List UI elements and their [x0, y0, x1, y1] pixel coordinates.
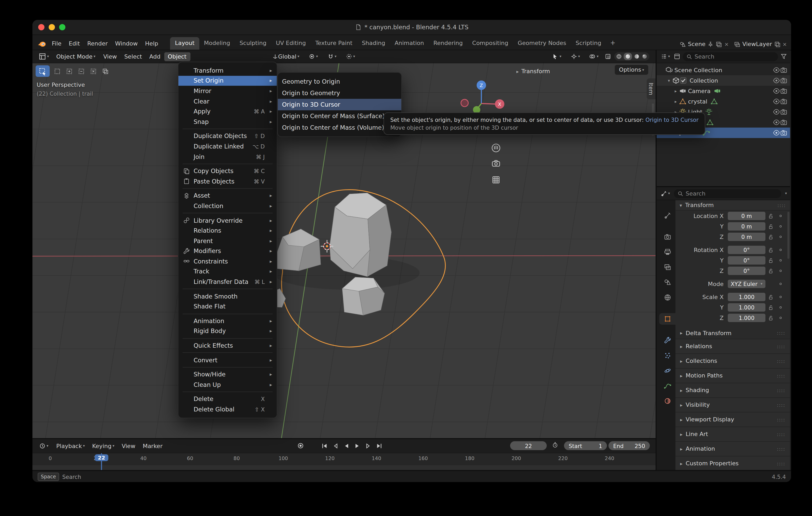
animate-property-toggle[interactable]	[776, 281, 785, 286]
show-overlays-toggle[interactable]: ▾	[586, 52, 602, 61]
lock-toggle-icon[interactable]	[765, 234, 776, 240]
disable-in-renders-toggle[interactable]	[780, 119, 787, 126]
expander-icon[interactable]: ▸	[672, 89, 679, 93]
transform-orientation-dropdown[interactable]: Global ▾	[269, 52, 302, 61]
lock-toggle-icon[interactable]	[765, 294, 776, 300]
object-menu-item-snap[interactable]: Snap▸	[178, 117, 277, 127]
shading-solid-button[interactable]	[624, 53, 632, 60]
playhead[interactable]: 22	[101, 453, 102, 470]
set-origin-item-origin-to-center-of-mass-volume[interactable]: Origin to Center of Mass (Volume)	[278, 122, 401, 133]
panel-visibility[interactable]: ▸Visibility::::	[675, 397, 790, 412]
panel-transform-header[interactable]: ▾ Transform ::::	[675, 200, 790, 211]
set-origin-item-origin-to-3d-cursor[interactable]: Origin to 3D Cursor	[278, 99, 401, 110]
workspace-tab-layout[interactable]: Layout	[170, 37, 199, 50]
hide-in-viewport-toggle[interactable]	[773, 77, 780, 84]
properties-tab-data[interactable]	[659, 380, 675, 392]
current-frame-field[interactable]: 22	[510, 441, 547, 450]
rocks-object[interactable]	[270, 193, 392, 315]
jump-to-start-button[interactable]	[320, 441, 329, 450]
timeline-track-area[interactable]	[32, 465, 656, 470]
jump-next-keyframe-button[interactable]	[364, 441, 373, 450]
z-field[interactable]: 0 m	[728, 233, 765, 241]
lock-toggle-icon[interactable]	[765, 223, 776, 229]
playhead-frame-badge[interactable]: 22	[95, 454, 108, 461]
shading-rendered-button[interactable]	[641, 53, 648, 60]
toggle-projection-button[interactable]	[493, 177, 499, 183]
camera-view-button[interactable]	[492, 160, 500, 166]
unlink-scene-icon[interactable]: ×	[724, 41, 729, 47]
outliner-display-mode-icon[interactable]	[674, 53, 680, 60]
lock-toggle-icon[interactable]	[765, 257, 776, 263]
object-menu-item-parent[interactable]: Parent▸	[178, 236, 277, 246]
object-menu-item-set-origin[interactable]: Set Origin▸	[178, 75, 277, 86]
menu-edit[interactable]: Edit	[65, 39, 84, 49]
properties-tab-physics[interactable]	[659, 365, 675, 376]
animate-property-toggle[interactable]	[776, 315, 785, 321]
workspace-tab-rendering[interactable]: Rendering	[429, 37, 467, 50]
new-scene-icon[interactable]	[716, 41, 722, 47]
object-menu-item-constraints[interactable]: Constraints▸	[178, 256, 277, 266]
properties-tab-output[interactable]	[659, 246, 675, 258]
close-window-button[interactable]	[38, 24, 45, 30]
select-mode-set-button[interactable]	[52, 66, 62, 76]
titlebar[interactable]: * canyon.blend - Blender 4.5.4 LTS	[32, 20, 791, 35]
hide-in-viewport-toggle[interactable]	[773, 108, 780, 116]
play-reverse-button[interactable]	[342, 441, 351, 450]
stopwatch-icon[interactable]	[552, 442, 558, 448]
outliner-row-scene-collection[interactable]: Scene Collection	[657, 65, 790, 75]
panel-custom-properties[interactable]: ▸Custom Properties::::	[675, 456, 790, 470]
workspace-tab-modeling[interactable]: Modeling	[199, 37, 235, 50]
object-menu-item-duplicate-linked[interactable]: Duplicate Linked⌥ D	[178, 141, 277, 151]
properties-search-input[interactable]: Search	[674, 189, 781, 198]
collection-checkbox[interactable]	[679, 77, 687, 84]
disable-in-renders-toggle[interactable]	[780, 87, 787, 95]
blender-logo-icon[interactable]	[38, 41, 46, 48]
auto-keying-toggle[interactable]	[296, 441, 305, 450]
minimize-window-button[interactable]	[49, 24, 55, 30]
set-origin-item-geometry-to-origin[interactable]: Geometry to Origin	[278, 76, 401, 87]
animate-property-toggle[interactable]	[776, 258, 785, 263]
properties-tab-tool[interactable]	[659, 210, 675, 221]
active-tool-select-box[interactable]	[36, 65, 50, 77]
properties-tab-world[interactable]	[659, 292, 675, 303]
navigation-gizmo[interactable]: Z X	[461, 81, 504, 114]
object-menu-item-clear[interactable]: Clear▸	[178, 96, 277, 107]
animate-property-toggle[interactable]	[776, 224, 785, 229]
scene-selector[interactable]: Scene ×	[679, 41, 729, 48]
properties-tab-scene[interactable]	[659, 277, 675, 288]
jump-previous-keyframe-button[interactable]	[331, 441, 340, 450]
menu-render[interactable]: Render	[83, 39, 111, 49]
z-field[interactable]: 0°	[728, 267, 765, 275]
object-menu-item-shade-flat[interactable]: Shade Flat	[178, 301, 277, 311]
transform-panel-header[interactable]: ▸ Transform	[516, 68, 550, 75]
scale-x-field[interactable]: 1.000	[728, 293, 765, 301]
object-menu-item-apply[interactable]: Apply⌘ A▸	[178, 107, 277, 117]
object-menu-item-relations[interactable]: Relations▸	[178, 225, 277, 236]
workspace-tab-texture-paint[interactable]: Texture Paint	[311, 37, 357, 50]
sidebar-tab-item[interactable]: Item	[647, 79, 656, 99]
timeline-menu-view[interactable]: View	[118, 442, 139, 450]
menu-file[interactable]: File	[48, 39, 65, 49]
workspace-tab-scripting[interactable]: Scripting	[571, 37, 606, 50]
object-menu-item-convert[interactable]: Convert▸	[178, 355, 277, 365]
object-menu-item-library-override[interactable]: Library Override▸	[178, 215, 277, 225]
select-mode-extend-button[interactable]	[64, 66, 74, 76]
panel-collections[interactable]: ▸Collections::::	[675, 354, 790, 368]
object-menu-item-asset[interactable]: Asset▸	[178, 190, 277, 201]
object-type-visibility-dropdown[interactable]: ▾	[549, 52, 564, 61]
viewport-menu-view[interactable]: View	[100, 52, 121, 61]
timeline-ruler[interactable]: 020406080100120140160180200220240 22	[32, 453, 656, 470]
properties-scrollbar[interactable]	[787, 212, 789, 259]
hide-in-viewport-toggle[interactable]	[773, 98, 780, 105]
workspace-tab-animation[interactable]: Animation	[390, 37, 429, 50]
animate-property-toggle[interactable]	[776, 305, 785, 310]
disable-in-renders-toggle[interactable]	[780, 98, 787, 105]
pan-viewport-button[interactable]	[492, 144, 500, 152]
outliner-row-camera[interactable]: ▸Camera	[657, 86, 790, 96]
outliner-editor-type-dropdown[interactable]: ▾	[660, 53, 671, 60]
object-menu-item-copy-objects[interactable]: Copy Objects⌘ C	[178, 166, 277, 176]
options-dropdown[interactable]: Options▾	[615, 65, 648, 75]
zoom-window-button[interactable]	[59, 24, 65, 30]
workspace-tab-compositing[interactable]: Compositing	[467, 37, 513, 50]
view-layer-selector[interactable]: ViewLayer ×	[734, 41, 787, 48]
